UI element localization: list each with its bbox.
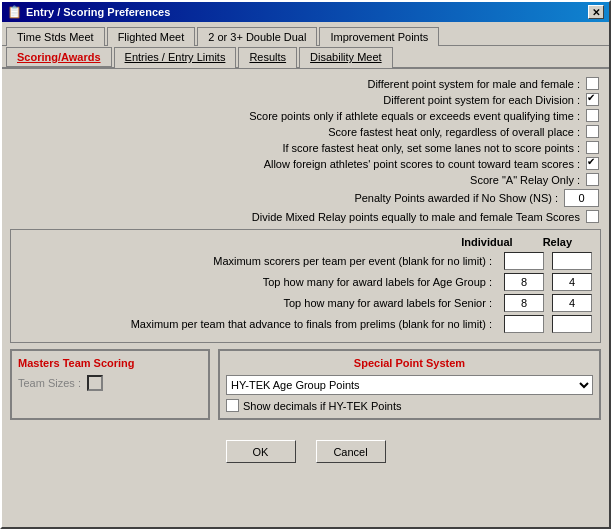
checkbox-row-mixed-relay: Divide Mixed Relay points equally to mal… <box>10 210 601 223</box>
content-area: Different point system for male and fema… <box>2 69 609 428</box>
special-point-dropdown[interactable]: HY-TEK Age Group Points <box>226 375 593 395</box>
checkbox-foreign-athletes[interactable] <box>586 157 599 170</box>
label-senior: Top how many for award labels for Senior… <box>284 297 493 309</box>
masters-title: Masters Team Scoring <box>18 357 202 369</box>
input-age-group-relay[interactable] <box>552 273 592 291</box>
tab-scoring-awards[interactable]: Scoring/Awards <box>6 47 112 68</box>
label-some-lanes: If score fastest heat only, set some lan… <box>282 142 580 154</box>
main-window: 📋 Entry / Scoring Preferences ✕ Time Std… <box>0 0 611 529</box>
label-max-scorers: Maximum scorers per team per event (blan… <box>213 255 492 267</box>
masters-content: Team Sizes : <box>18 375 202 391</box>
dropdown-row: HY-TEK Age Group Points <box>226 375 593 395</box>
tab-disability[interactable]: Disability Meet <box>299 47 393 68</box>
col-relay: Relay <box>543 236 572 248</box>
label-relay-only: Score "A" Relay Only : <box>470 174 580 186</box>
label-diff-male-female: Different point system for male and fema… <box>367 78 580 90</box>
special-box: Special Point System HY-TEK Age Group Po… <box>218 349 601 420</box>
input-max-scorers-individual[interactable] <box>504 252 544 270</box>
tab-results[interactable]: Results <box>238 47 297 68</box>
checkbox-mixed-relay[interactable] <box>586 210 599 223</box>
label-foreign-athletes: Allow foreign athletes' point scores to … <box>264 158 580 170</box>
input-finals-individual[interactable] <box>504 315 544 333</box>
window-title: Entry / Scoring Preferences <box>26 6 170 18</box>
bottom-section: Masters Team Scoring Team Sizes : Specia… <box>10 349 601 420</box>
tab-double-dual[interactable]: 2 or 3+ Double Dual <box>197 27 317 46</box>
footer: OK Cancel <box>2 432 609 471</box>
input-finals-relay[interactable] <box>552 315 592 333</box>
label-diff-division: Different point system for each Division… <box>383 94 580 106</box>
label-decimals: Show decimals if HY-TEK Points <box>243 400 402 412</box>
title-bar-text: 📋 Entry / Scoring Preferences <box>7 5 170 19</box>
input-senior-individual[interactable] <box>504 294 544 312</box>
masters-box: Masters Team Scoring Team Sizes : <box>10 349 210 420</box>
team-sizes-checkbox[interactable] <box>87 375 103 391</box>
special-title: Special Point System <box>226 357 593 369</box>
checkbox-row-qualifying: Score points only if athlete equals or e… <box>10 109 601 122</box>
cancel-button[interactable]: Cancel <box>316 440 386 463</box>
label-mixed-relay: Divide Mixed Relay points equally to mal… <box>252 211 580 223</box>
scoring-group-box: Individual Relay Maximum scorers per tea… <box>10 229 601 343</box>
tab-entries[interactable]: Entries / Entry Limits <box>114 47 237 68</box>
checkbox-diff-male-female[interactable] <box>586 77 599 90</box>
label-no-show: Penalty Points awarded if No Show (NS) : <box>354 192 558 204</box>
input-senior-relay[interactable] <box>552 294 592 312</box>
score-row-max-scorers: Maximum scorers per team per event (blan… <box>19 252 592 270</box>
tab-time-stds[interactable]: Time Stds Meet <box>6 27 105 46</box>
window-icon: 📋 <box>7 5 22 19</box>
input-max-scorers-relay[interactable] <box>552 252 592 270</box>
checkbox-diff-division[interactable] <box>586 93 599 106</box>
team-sizes-label: Team Sizes : <box>18 377 81 389</box>
label-fastest-heat: Score fastest heat only, regardless of o… <box>328 126 580 138</box>
score-row-finals: Maximum per team that advance to finals … <box>19 315 592 333</box>
tab-improvement[interactable]: Improvement Points <box>319 27 439 46</box>
title-bar: 📋 Entry / Scoring Preferences ✕ <box>2 2 609 22</box>
no-show-input[interactable] <box>564 189 599 207</box>
checkbox-row-male-female: Different point system for male and fema… <box>10 77 601 90</box>
score-row-senior: Top how many for award labels for Senior… <box>19 294 592 312</box>
checkbox-some-lanes[interactable] <box>586 141 599 154</box>
label-finals: Maximum per team that advance to finals … <box>131 318 492 330</box>
label-qualifying: Score points only if athlete equals or e… <box>249 110 580 122</box>
checkbox-row-some-lanes: If score fastest heat only, set some lan… <box>10 141 601 154</box>
checkbox-decimals[interactable] <box>226 399 239 412</box>
checkbox-relay-only[interactable] <box>586 173 599 186</box>
checkbox-row-no-show: Penalty Points awarded if No Show (NS) : <box>10 189 601 207</box>
tabs-row-1: Time Stds Meet Flighted Meet 2 or 3+ Dou… <box>2 22 609 46</box>
input-age-group-individual[interactable] <box>504 273 544 291</box>
close-button[interactable]: ✕ <box>588 5 604 19</box>
tabs-row-2: Scoring/Awards Entries / Entry Limits Re… <box>2 46 609 69</box>
checkbox-fastest-heat[interactable] <box>586 125 599 138</box>
checkbox-qualifying[interactable] <box>586 109 599 122</box>
checkbox-row-relay-only: Score "A" Relay Only : <box>10 173 601 186</box>
tab-flighted[interactable]: Flighted Meet <box>107 27 196 46</box>
decimal-row: Show decimals if HY-TEK Points <box>226 399 593 412</box>
checkbox-row-division: Different point system for each Division… <box>10 93 601 106</box>
score-row-age-group: Top how many for award labels for Age Gr… <box>19 273 592 291</box>
checkbox-row-fastest-heat: Score fastest heat only, regardless of o… <box>10 125 601 138</box>
ok-button[interactable]: OK <box>226 440 296 463</box>
checkbox-row-foreign: Allow foreign athletes' point scores to … <box>10 157 601 170</box>
group-header: Individual Relay <box>19 236 592 248</box>
label-age-group: Top how many for award labels for Age Gr… <box>263 276 492 288</box>
col-individual: Individual <box>461 236 512 248</box>
